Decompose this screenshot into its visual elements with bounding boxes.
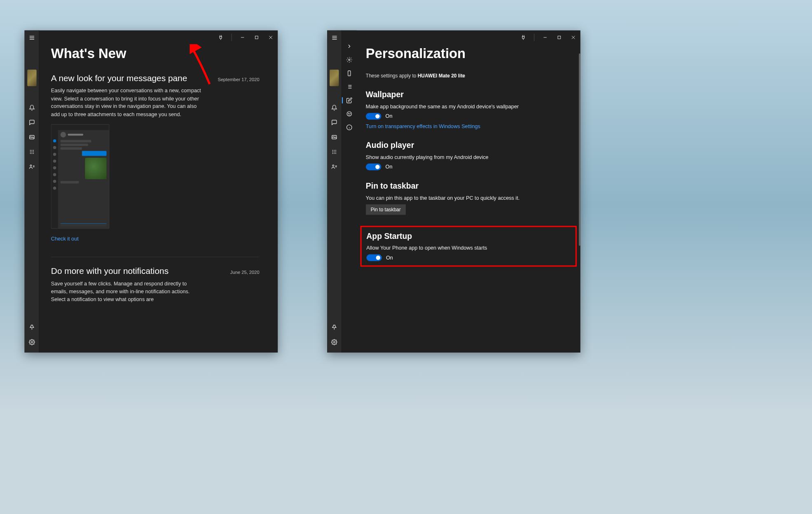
svg-point-27 <box>334 150 335 151</box>
maximize-button[interactable] <box>552 30 566 44</box>
list-icon[interactable] <box>342 80 357 93</box>
section-heading: Pin to taskbar <box>366 181 571 191</box>
personalization-window: Personalization These settings apply to … <box>327 30 580 353</box>
notifications-icon[interactable] <box>24 100 39 115</box>
setting-description: Allow Your Phone app to open when Window… <box>366 245 570 251</box>
svg-rect-56 <box>558 36 561 39</box>
svg-point-12 <box>33 153 34 154</box>
news-body: Easily navigate between your conversatio… <box>51 87 201 118</box>
messages-icon[interactable] <box>24 115 39 130</box>
minimize-button[interactable] <box>236 30 250 44</box>
svg-point-34 <box>335 153 336 154</box>
settings-icon[interactable] <box>24 335 39 350</box>
svg-point-52 <box>346 125 351 130</box>
personalization-content: Personalization These settings apply to … <box>357 30 580 353</box>
page-title: What's New <box>51 46 260 61</box>
svg-point-40 <box>349 59 350 61</box>
check-it-out-link[interactable]: Check it out <box>51 236 79 242</box>
gear-icon[interactable] <box>342 53 357 67</box>
settings-sidebar <box>342 30 357 353</box>
photos-icon[interactable] <box>24 130 39 145</box>
svg-point-5 <box>31 150 32 151</box>
maximize-button[interactable] <box>250 30 264 44</box>
feedback-icon[interactable] <box>342 107 357 121</box>
news-title: Do more with your notifications <box>51 266 168 276</box>
transparency-link[interactable]: Turn on transparency effects in Windows … <box>366 123 571 129</box>
news-date: September 17, 2020 <box>218 77 259 82</box>
title-bar <box>214 30 278 44</box>
svg-point-29 <box>332 152 333 152</box>
notifications-icon[interactable] <box>327 100 342 115</box>
audio-toggle[interactable] <box>366 164 381 170</box>
hamburger-button[interactable] <box>25 30 40 45</box>
svg-point-39 <box>334 341 335 343</box>
main-sidebar <box>25 30 40 353</box>
svg-point-32 <box>332 153 333 154</box>
plug-icon[interactable] <box>516 30 530 44</box>
svg-rect-19 <box>255 36 258 39</box>
svg-point-17 <box>31 341 33 343</box>
info-icon[interactable] <box>342 121 357 134</box>
startup-toggle[interactable] <box>366 255 381 261</box>
toggle-state: On <box>386 255 393 261</box>
news-date: June 25, 2020 <box>230 270 260 275</box>
startup-section: App Startup Allow Your Phone app to open… <box>366 231 570 261</box>
settings-icon[interactable] <box>327 335 342 350</box>
phone-thumbnail[interactable] <box>27 70 36 86</box>
main-sidebar <box>327 30 342 353</box>
svg-point-10 <box>30 153 31 154</box>
setting-description: You can pin this app to the taskbar on y… <box>366 195 571 201</box>
divider <box>51 257 260 257</box>
personalize-icon[interactable] <box>342 93 357 107</box>
scrollbar[interactable] <box>579 54 580 350</box>
svg-point-4 <box>30 150 31 151</box>
news-item: A new look for your messages pane Septem… <box>51 73 260 242</box>
svg-point-8 <box>31 152 32 152</box>
phone-thumbnail[interactable] <box>330 70 339 86</box>
title-bar <box>516 30 580 44</box>
setting-description: Show audio currently playing from my And… <box>366 154 571 161</box>
pin-section: Pin to taskbar You can pin this app to t… <box>366 181 571 215</box>
svg-point-35 <box>332 165 334 166</box>
back-icon[interactable] <box>342 40 357 53</box>
svg-point-50 <box>348 113 349 114</box>
messages-icon[interactable] <box>327 115 342 130</box>
close-button[interactable] <box>566 30 580 44</box>
news-preview-image <box>51 124 110 229</box>
svg-point-7 <box>30 152 31 152</box>
highlight-annotation: App Startup Allow Your Phone app to open… <box>360 226 576 266</box>
wallpaper-toggle[interactable] <box>366 113 381 119</box>
svg-point-30 <box>334 152 335 152</box>
news-title: A new look for your messages pane <box>51 73 187 83</box>
photos-icon[interactable] <box>327 130 342 145</box>
audio-section: Audio player Show audio currently playin… <box>366 140 571 170</box>
svg-point-6 <box>33 150 34 151</box>
dialpad-icon[interactable] <box>327 145 342 159</box>
section-heading: Audio player <box>366 140 571 150</box>
svg-point-26 <box>332 150 333 151</box>
pin-icon[interactable] <box>24 320 39 335</box>
svg-point-51 <box>350 113 350 114</box>
dialpad-icon[interactable] <box>24 145 39 159</box>
device-subtitle: These settings apply to HUAWEI Mate 20 l… <box>366 73 571 79</box>
news-body: Save yourself a few clicks. Manage and r… <box>51 280 201 303</box>
plug-icon[interactable] <box>214 30 228 44</box>
contacts-icon[interactable] <box>24 159 39 174</box>
contacts-icon[interactable] <box>327 159 342 174</box>
close-button[interactable] <box>264 30 278 44</box>
svg-point-13 <box>30 165 32 166</box>
svg-point-9 <box>33 152 34 152</box>
svg-point-11 <box>31 153 32 154</box>
device-name: HUAWEI Mate 20 lite <box>418 73 465 79</box>
news-item: Do more with your notifications June 25,… <box>51 266 260 304</box>
hamburger-button[interactable] <box>327 30 342 45</box>
setting-description: Make app background the same as my Andro… <box>366 104 571 110</box>
svg-point-28 <box>335 150 336 151</box>
phone-icon[interactable] <box>342 67 357 80</box>
minimize-button[interactable] <box>538 30 552 44</box>
pin-icon[interactable] <box>327 320 342 335</box>
wallpaper-section: Wallpaper Make app background the same a… <box>366 90 571 129</box>
pin-to-taskbar-button[interactable]: Pin to taskbar <box>366 204 406 215</box>
section-heading: App Startup <box>366 231 570 241</box>
section-heading: Wallpaper <box>366 90 571 99</box>
